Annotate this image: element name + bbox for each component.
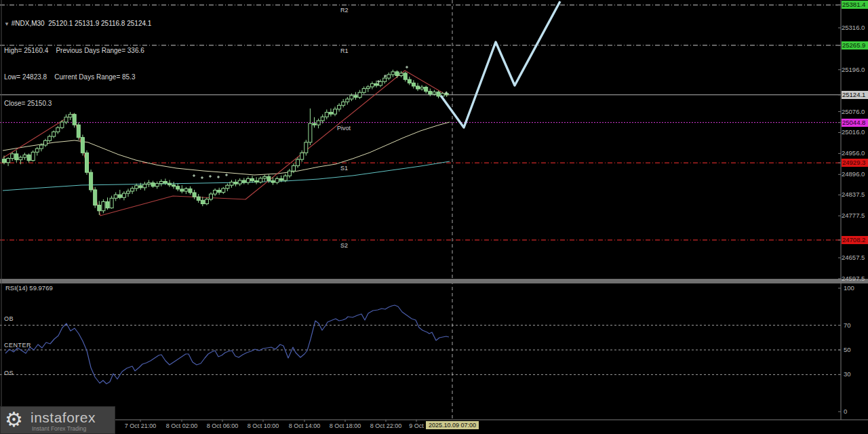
time-label: 8 Oct 14:00 (289, 422, 321, 429)
candle-body (98, 205, 101, 211)
candle-body (159, 182, 163, 184)
chart-window: ▼ #NDX,M30 25120.1 25131.9 25116.8 25124… (0, 0, 868, 434)
price-label-25076.0: 25076.0 (842, 108, 865, 116)
level-label-r1: R1 (340, 47, 349, 54)
current-bar-time-badge: 2025.10.09 07:00 (426, 421, 479, 429)
candle-body (362, 89, 366, 93)
candle-body (110, 198, 113, 208)
rsi-line (5, 305, 449, 384)
candle-body (106, 201, 109, 208)
candle-body (201, 200, 204, 203)
candle-body (350, 96, 353, 99)
candle-body (251, 178, 254, 180)
candle-body (122, 193, 125, 197)
candle-body (94, 190, 97, 205)
candle-body (366, 87, 370, 89)
candle-body (296, 159, 300, 165)
forecast-arrow-line (441, 1, 560, 127)
price-label-24777.5: 24777.5 (842, 212, 865, 220)
price-label-24956.0: 24956.0 (842, 149, 865, 157)
candle-body (292, 165, 296, 171)
price-label-25124.1: 25124.1 (842, 91, 868, 99)
candle-body (114, 195, 117, 198)
candle-body (85, 153, 89, 172)
candle-body (429, 92, 432, 94)
candle-body (118, 195, 121, 197)
candle-body (383, 78, 387, 81)
candle-body (416, 86, 420, 89)
candle-body (342, 102, 345, 105)
candle-body (358, 92, 361, 97)
candle-body (15, 154, 18, 160)
candle-body (259, 178, 262, 182)
level-label-pivot: Pivot (337, 125, 351, 132)
candle-body (313, 123, 316, 125)
candle-body (255, 181, 258, 182)
candle-body (102, 201, 105, 210)
candle-body (19, 157, 22, 160)
candle-body (391, 72, 395, 75)
price-label-25196.0: 25196.0 (842, 66, 865, 74)
candle-body (445, 94, 448, 95)
time-label: 8 Oct 22:00 (370, 422, 402, 429)
candle-body (163, 182, 167, 184)
candle-body (317, 121, 320, 125)
collapse-triangle-icon[interactable]: ▼ (4, 21, 9, 27)
candle-body (180, 189, 184, 191)
candle-body (412, 83, 415, 86)
candle-body (304, 142, 308, 153)
price-label-24657.5: 24657.5 (842, 254, 865, 262)
gear-bull-icon: ⚙ (5, 408, 23, 431)
level-label-s2: S2 (340, 242, 348, 249)
candle-body (31, 152, 35, 160)
candle-body (238, 180, 241, 184)
candle-body (168, 183, 172, 185)
candle-body (27, 155, 31, 160)
symbol-info: ▼ #NDX,M30 25120.1 25131.9 25116.8 25124… (4, 1, 151, 125)
candle-body (283, 176, 287, 180)
candle-body (433, 92, 436, 94)
info-close-line: Close= 25150.3 (4, 99, 151, 108)
candle-body (44, 140, 47, 145)
candle-body (334, 109, 337, 114)
candle-body (172, 185, 176, 186)
ma-fast-line (3, 122, 450, 175)
candle-body (425, 87, 428, 92)
level-label-s1: S1 (340, 165, 348, 172)
candle-body (222, 189, 225, 193)
price-label-25381.4: 25381.4 (842, 1, 868, 9)
rsi-indicator-label: RSI(14) 59.9769 (5, 284, 53, 292)
candle-body (387, 75, 391, 78)
price-label-25016.0: 25016.0 (842, 128, 865, 136)
candle-body (197, 197, 200, 200)
candle-body (230, 182, 233, 186)
candle-body (226, 185, 229, 189)
rsi-ob-label: OB (4, 315, 14, 322)
candle-body (155, 184, 159, 186)
candle-body (321, 117, 324, 121)
candle-body (408, 79, 411, 83)
candle-body (403, 73, 407, 79)
candle-body (370, 83, 374, 87)
candle-body (338, 105, 341, 109)
price-label-24837.5: 24837.5 (842, 191, 865, 199)
info-low-line: Low= 24823.8 Current Days Range= 85.3 (4, 73, 151, 81)
price-label-24597.5: 24597.5 (842, 275, 865, 283)
time-label: 8 Oct 10:00 (248, 422, 279, 429)
time-label: 8 Oct 02:00 (166, 422, 198, 429)
pane-separator (0, 279, 868, 283)
candle-body (275, 178, 279, 182)
candle-body (184, 189, 188, 191)
candle-body (176, 186, 180, 189)
time-label: 7 Oct 21:00 (125, 422, 157, 429)
price-label-24708.2: 24708.2 (842, 236, 868, 244)
logo-tagline: Instant Forex Trading (32, 425, 86, 432)
price-label-25316.0: 25316.0 (842, 24, 865, 32)
candle-body (35, 149, 39, 152)
candle-body (90, 172, 93, 190)
rsi-axis-label-100: 100 (844, 284, 854, 292)
level-label-r2: R2 (340, 7, 349, 14)
candle-body (56, 127, 60, 132)
price-label-24896.0: 24896.0 (842, 170, 865, 178)
candle-body (437, 92, 440, 96)
